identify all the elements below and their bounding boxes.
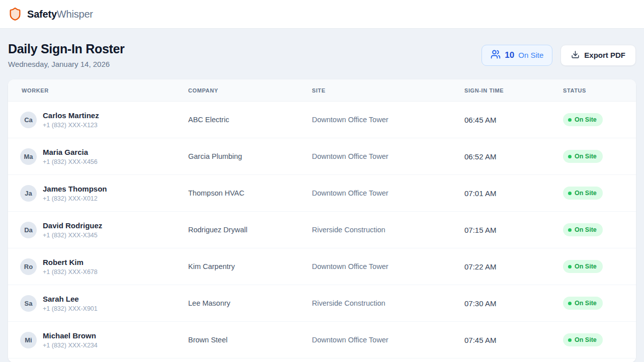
status-label: On Site [575,226,597,233]
status-cell: On Site [563,297,636,310]
users-icon [491,49,501,61]
company-cell: ABC Electric [188,116,312,124]
avatar: Ma [20,148,37,165]
worker-phone: +1 (832) XXX-X123 [43,122,99,129]
worker-name: James Thompson [43,185,107,193]
status-badge: On Site [563,260,603,273]
worker-cell: Ja James Thompson +1 (832) XXX-X012 [20,185,188,202]
site-cell: Downtown Office Tower [312,262,464,270]
status-cell: On Site [563,223,636,236]
worker-name: Robert Kim [43,258,98,266]
avatar: Sa [20,295,37,312]
company-cell: Thompson HVAC [188,189,312,197]
brand-bold: Safety [27,9,57,20]
worker-cell: Da David Rodriguez +1 (832) XXX-X345 [20,221,188,239]
worker-identity: Maria Garcia +1 (832) XXX-X456 [43,148,98,165]
avatar: Ro [20,258,37,275]
status-dot-icon [568,228,572,232]
status-dot-icon [568,155,572,158]
status-badge: On Site [563,113,603,126]
worker-phone: +1 (832) XXX-X345 [43,232,102,239]
worker-cell: Ma Maria Garcia +1 (832) XXX-X456 [20,148,188,165]
company-cell: Brown Steel [188,336,312,344]
column-header-signin-time: Sign-in Time [464,87,563,94]
worker-name: Maria Garcia [43,148,98,156]
column-header-site: Site [312,87,464,94]
status-cell: On Site [563,113,636,126]
brand-light: Whisper [57,9,93,20]
onsite-count-chip: 10 On Site [481,45,552,66]
status-dot-icon [568,265,572,268]
avatar: Da [20,222,37,238]
worker-identity: David Rodriguez +1 (832) XXX-X345 [43,221,102,239]
signin-time-cell: 07:22 AM [464,262,563,271]
table-body: Ca Carlos Martinez +1 (832) XXX-X123 ABC… [8,102,636,358]
signin-time-cell: 06:52 AM [464,152,563,161]
header-actions: 10 On Site Export PDF [481,45,636,66]
worker-cell: Mi Michael Brown +1 (832) XXX-X234 [20,331,188,349]
status-cell: On Site [563,150,636,163]
company-cell: Kim Carpentry [188,262,312,270]
site-cell: Riverside Construction [312,299,464,307]
worker-identity: Carlos Martinez +1 (832) XXX-X123 [43,111,99,129]
status-cell: On Site [563,187,636,200]
table-row: Ma Maria Garcia +1 (832) XXX-X456 Garcia… [8,138,636,175]
signin-time-cell: 07:01 AM [464,189,563,198]
table-row: Ca Carlos Martinez +1 (832) XXX-X123 ABC… [8,102,636,138]
avatar: Mi [20,332,37,348]
worker-phone: +1 (832) XXX-X012 [43,195,107,202]
worker-name: Sarah Lee [43,295,98,303]
status-cell: On Site [563,260,636,273]
status-label: On Site [575,336,597,343]
worker-identity: Robert Kim +1 (832) XXX-X678 [43,258,98,276]
worker-name: Michael Brown [43,331,98,340]
status-dot-icon [568,302,572,305]
table-row: Ja James Thompson +1 (832) XXX-X012 Thom… [8,175,636,212]
onsite-count: 10 [505,50,514,60]
export-pdf-button[interactable]: Export PDF [560,45,636,66]
table-row: Sa Sarah Lee +1 (832) XXX-X901 Lee Mason… [8,285,636,322]
download-icon [571,50,580,60]
signin-time-cell: 07:45 AM [464,336,563,344]
worker-cell: Sa Sarah Lee +1 (832) XXX-X901 [20,295,188,312]
onsite-count-label: On Site [518,51,543,59]
company-cell: Garcia Plumbing [188,152,312,160]
worker-name: David Rodriguez [43,221,102,230]
table-row: Mi Michael Brown +1 (832) XXX-X234 Brown… [8,322,636,358]
status-badge: On Site [563,333,603,346]
page-date: Wednesday, January 14, 2026 [8,60,125,68]
column-header-status: Status [563,87,636,94]
table-header-row: Worker Company Site Sign-in Time Status [8,79,636,102]
signin-time-cell: 06:45 AM [464,116,563,124]
site-cell: Downtown Office Tower [312,116,464,124]
worker-identity: Michael Brown +1 (832) XXX-X234 [43,331,98,349]
table-row: Ro Robert Kim +1 (832) XXX-X678 Kim Carp… [8,248,636,285]
worker-identity: James Thompson +1 (832) XXX-X012 [43,185,107,202]
status-label: On Site [575,300,597,307]
title-block: Daily Sign-In Roster Wednesday, January … [8,42,125,68]
status-badge: On Site [563,187,603,200]
worker-phone: +1 (832) XXX-X234 [43,342,98,349]
worker-identity: Sarah Lee +1 (832) XXX-X901 [43,295,98,312]
column-header-company: Company [188,87,312,94]
app-logo: SafetyWhisper [8,7,93,22]
status-label: On Site [575,263,597,270]
status-dot-icon [568,118,572,122]
site-cell: Downtown Office Tower [312,152,464,160]
page-title: Daily Sign-In Roster [8,42,125,56]
avatar: Ca [20,112,37,128]
signin-time-cell: 07:30 AM [464,299,563,308]
status-cell: On Site [563,333,636,346]
top-nav: SafetyWhisper [0,0,644,29]
status-dot-icon [568,338,572,342]
worker-phone: +1 (832) XXX-X678 [43,268,98,276]
worker-cell: Ca Carlos Martinez +1 (832) XXX-X123 [20,111,188,129]
page-header: Daily Sign-In Roster Wednesday, January … [8,42,636,68]
status-dot-icon [568,192,572,195]
site-cell: Downtown Office Tower [312,336,464,344]
brand-name: SafetyWhisper [27,9,93,20]
shield-icon [8,7,22,22]
signin-time-cell: 07:15 AM [464,226,563,234]
worker-phone: +1 (832) XXX-X901 [43,305,98,312]
status-label: On Site [575,116,597,123]
